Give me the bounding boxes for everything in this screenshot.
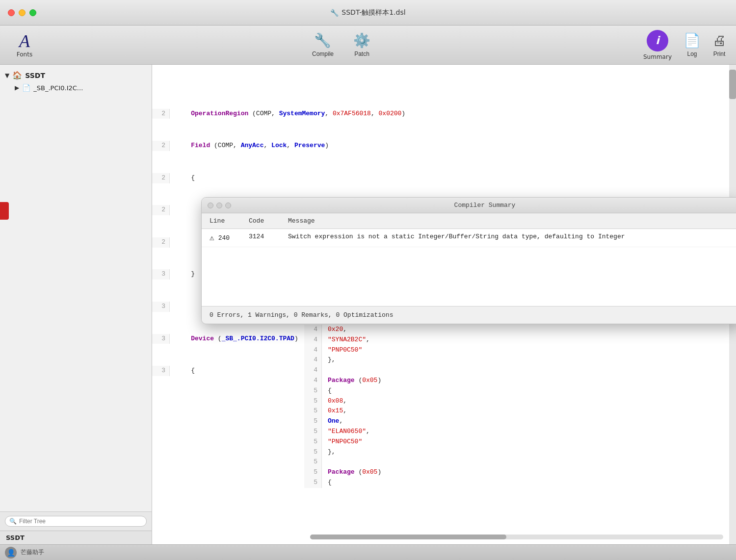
scrollbar-thumb[interactable] — [729, 70, 736, 99]
fonts-letter: A — [19, 32, 30, 50]
code-line: 5 { — [304, 478, 729, 488]
toolbar-left: A Fonts — [10, 32, 39, 58]
filter-tree-input[interactable] — [19, 518, 142, 525]
code-line: 4 Package (0x05) — [304, 376, 729, 386]
code-line: 5 "ELAN0650", — [304, 427, 729, 437]
code-line: 4 "SYNA2B2C", — [304, 335, 729, 345]
fonts-area[interactable]: A Fonts — [10, 32, 39, 58]
dialog-close-btn[interactable] — [208, 203, 213, 208]
child-expand-arrow: ▶ — [15, 84, 19, 91]
dialog-buttons — [208, 203, 231, 208]
toolbar: A Fonts 🔧 Compile ⚙️ Patch i Summary 📄 L… — [0, 25, 736, 65]
dialog-titlebar: Compiler Summary — [202, 198, 736, 213]
col-header-code: Code — [249, 217, 288, 225]
fonts-label: Fonts — [17, 51, 32, 58]
log-label: Log — [687, 51, 697, 57]
code-line: 4 }, — [304, 355, 729, 365]
dialog-table-header: Line Code Message — [202, 213, 736, 229]
compiler-dialog: Compiler Summary Line Code Message ⚠️ 24… — [201, 197, 736, 324]
col-header-message: Message — [288, 217, 733, 225]
red-indicator — [0, 202, 9, 220]
minimize-button[interactable] — [19, 9, 26, 16]
code-line: 5 { — [304, 386, 729, 396]
summary-btn-area[interactable]: i Summary — [643, 30, 672, 60]
dialog-empty-area — [202, 247, 736, 306]
code-line: 2 { — [152, 173, 736, 183]
row-message: Switch expression is not a static Intege… — [288, 233, 733, 240]
window-title: SSDT-触摸样本1.dsl — [342, 8, 405, 17]
dialog-table-row: ⚠️ 240 3124 Switch expression is not a s… — [202, 229, 736, 247]
close-button[interactable] — [8, 9, 15, 16]
tree-expand-arrow: ▼ — [5, 72, 9, 79]
patch-icon: ⚙️ — [353, 32, 370, 49]
titlebar: 🔧 SSDT-触摸样本1.dsl — [0, 0, 736, 25]
toolbar-center: 🔧 Compile ⚙️ Patch — [54, 32, 629, 57]
titlebar-title: 🔧 SSDT-触摸样本1.dsl — [330, 8, 405, 17]
compile-label: Compile — [312, 51, 334, 57]
main-content: ▼ 🏠 SSDT ▶ 📄 _SB_.PCI0.I2C... 🔍 SSDT 2 — [0, 65, 736, 544]
row-line: ⚠️ 240 — [210, 233, 249, 243]
print-label: Print — [713, 51, 726, 57]
status-avatar: 👤 — [5, 547, 17, 559]
home-icon: 🏠 — [12, 71, 22, 80]
code-line: 5 "PNP0C50" — [304, 437, 729, 447]
document-icon: 📄 — [22, 84, 30, 92]
code-line: 5 — [304, 457, 729, 467]
row-line-num: 240 — [218, 234, 230, 242]
print-icon: 🖨 — [712, 32, 726, 49]
dialog-footer: 0 Errors, 1 Warnings, 0 Remarks, 0 Optim… — [202, 306, 736, 324]
code-line: 5 0x08, — [304, 396, 729, 407]
dialog-min-btn[interactable] — [216, 203, 222, 208]
row-code: 3124 — [249, 233, 288, 240]
sidebar-item-sb-pci0[interactable]: ▶ 📄 _SB_.PCI0.I2C... — [0, 82, 152, 94]
summary-icon[interactable]: i — [647, 30, 668, 51]
scrollbar-thumb[interactable] — [310, 535, 506, 539]
code-line: 4 — [304, 365, 729, 376]
sidebar-filter-area: 🔍 — [0, 511, 152, 531]
warning-icon: ⚠️ — [210, 233, 214, 243]
log-icon: 📄 — [683, 32, 701, 49]
code-line: 5 }, — [304, 447, 729, 458]
sidebar-bottom-label: SSDT — [0, 531, 152, 544]
maximize-button[interactable] — [29, 9, 36, 16]
patch-button[interactable]: ⚙️ Patch — [353, 32, 370, 57]
sidebar: ▼ 🏠 SSDT ▶ 📄 _SB_.PCI0.I2C... 🔍 SSDT — [0, 65, 152, 544]
titlebar-buttons — [8, 9, 36, 16]
search-icon: 🔍 — [9, 518, 17, 525]
code-line: 5 0x15, — [304, 406, 729, 416]
print-button[interactable]: 🖨 Print — [712, 32, 726, 57]
summary-label: Summary — [643, 53, 672, 60]
filter-input-wrap[interactable]: 🔍 — [5, 516, 147, 527]
compile-button[interactable]: 🔧 Compile — [312, 32, 334, 57]
sidebar-tree[interactable]: ▼ 🏠 SSDT ▶ 📄 _SB_.PCI0.I2C... — [0, 65, 152, 511]
code-line: 2 OperationRegion (COMP, SystemMemory, 0… — [152, 109, 736, 119]
code-line: 4 0x20, — [304, 325, 729, 335]
sidebar-item-ssdt-root[interactable]: ▼ 🏠 SSDT — [0, 69, 152, 82]
statusbar: 👤 芒藤助手 — [0, 544, 736, 560]
code-line: 5 Package (0x05) — [304, 467, 729, 478]
horizontal-scrollbar[interactable] — [310, 535, 723, 539]
code-line: 2 Field (COMP, AnyAcc, Lock, Preserve) — [152, 141, 736, 151]
bottom-code-area[interactable]: 4 0x20, 4 "SYNA2B2C", 4 "PNP0C50" 4 }, — [304, 325, 729, 544]
code-line: 5 One, — [304, 416, 729, 427]
toolbar-right: i Summary 📄 Log 🖨 Print — [643, 30, 726, 60]
dialog-max-btn[interactable] — [225, 203, 231, 208]
log-button[interactable]: 📄 Log — [683, 32, 701, 57]
compile-icon: 🔧 — [314, 32, 331, 49]
title-icon: 🔧 — [330, 9, 339, 17]
child-label: _SB_.PCI0.I2C... — [33, 84, 83, 92]
code-line: 4 "PNP0C50" — [304, 345, 729, 356]
root-label: SSDT — [25, 72, 45, 79]
editor[interactable]: 2 OperationRegion (COMP, SystemMemory, 0… — [152, 65, 736, 544]
patch-label: Patch — [354, 51, 369, 57]
dialog-title: Compiler Summary — [235, 202, 735, 209]
status-text: 芒藤助手 — [21, 548, 44, 557]
dialog-body: Line Code Message ⚠️ 240 3124 Switch exp… — [202, 213, 736, 306]
col-header-line: Line — [210, 217, 249, 225]
